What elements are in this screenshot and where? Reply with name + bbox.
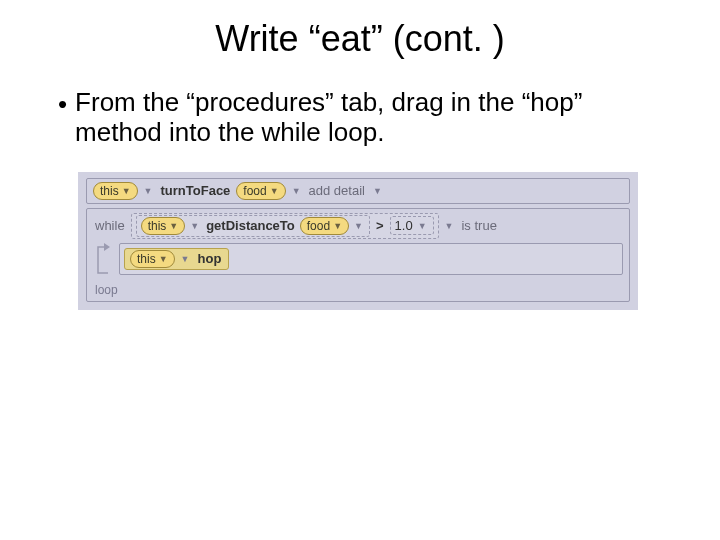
pill-this[interactable]: this ▼ <box>141 217 186 235</box>
triangle-icon: ▼ <box>443 221 456 231</box>
bullet-item: • From the “procedures” tab, drag in the… <box>58 88 660 148</box>
pill-this[interactable]: this ▼ <box>93 182 138 200</box>
while-header: while this ▼ ▼ getDistanceTo food ▼ <box>93 213 623 239</box>
condition-lhs[interactable]: this ▼ ▼ getDistanceTo food ▼ ▼ <box>136 215 370 237</box>
triangle-icon: ▼ <box>352 221 365 231</box>
triangle-icon: ▼ <box>142 186 155 196</box>
loop-body-slot[interactable]: this ▼ ▼ hop <box>119 243 623 275</box>
statement-turntoface[interactable]: this ▼ ▼ turnToFace food ▼ ▼ add detail … <box>86 178 630 204</box>
slide: Write “eat” (cont. ) • From the “procedu… <box>0 18 720 540</box>
dropdown-arrow-icon: ▼ <box>169 221 178 231</box>
pill-food[interactable]: food ▼ <box>236 182 285 200</box>
triangle-icon: ▼ <box>290 186 303 196</box>
loop-label: loop <box>95 283 623 297</box>
bullet-text: From the “procedures” tab, drag in the “… <box>75 88 660 148</box>
slide-title: Write “eat” (cont. ) <box>0 18 720 60</box>
condition-rhs[interactable]: 1.0 ▼ <box>390 216 434 235</box>
pill-this-label: this <box>137 252 156 266</box>
rhs-value: 1.0 <box>395 218 413 233</box>
method-hop: hop <box>196 251 224 266</box>
condition-outer[interactable]: this ▼ ▼ getDistanceTo food ▼ ▼ > 1.0 <box>131 213 439 239</box>
pill-this[interactable]: this ▼ <box>130 250 175 268</box>
while-block[interactable]: while this ▼ ▼ getDistanceTo food ▼ <box>86 208 630 302</box>
add-detail-label[interactable]: add detail <box>307 183 367 198</box>
loop-arrow-icon <box>93 243 113 281</box>
code-panel: this ▼ ▼ turnToFace food ▼ ▼ add detail … <box>78 172 638 310</box>
pill-food-label: food <box>243 184 266 198</box>
pill-this-label: this <box>100 184 119 198</box>
while-keyword: while <box>93 218 127 233</box>
is-true-label: is true <box>459 218 498 233</box>
dropdown-arrow-icon: ▼ <box>159 254 168 264</box>
statement-hop[interactable]: this ▼ ▼ hop <box>124 248 229 270</box>
bullet-dot-icon: • <box>58 90 67 120</box>
loop-area: this ▼ ▼ hop <box>93 243 623 281</box>
loop-body: this ▼ ▼ hop <box>119 243 623 281</box>
pill-food[interactable]: food ▼ <box>300 217 349 235</box>
pill-food-label: food <box>307 219 330 233</box>
method-getdistanceto: getDistanceTo <box>204 218 297 233</box>
method-turntoface: turnToFace <box>159 183 233 198</box>
operator-gt[interactable]: > <box>373 218 387 233</box>
dropdown-arrow-icon: ▼ <box>333 221 342 231</box>
dropdown-arrow-icon: ▼ <box>270 186 279 196</box>
triangle-icon: ▼ <box>188 221 201 231</box>
triangle-icon: ▼ <box>179 254 192 264</box>
triangle-icon: ▼ <box>371 186 384 196</box>
triangle-icon: ▼ <box>416 221 429 231</box>
bullet-list: • From the “procedures” tab, drag in the… <box>58 88 660 148</box>
dropdown-arrow-icon: ▼ <box>122 186 131 196</box>
pill-this-label: this <box>148 219 167 233</box>
